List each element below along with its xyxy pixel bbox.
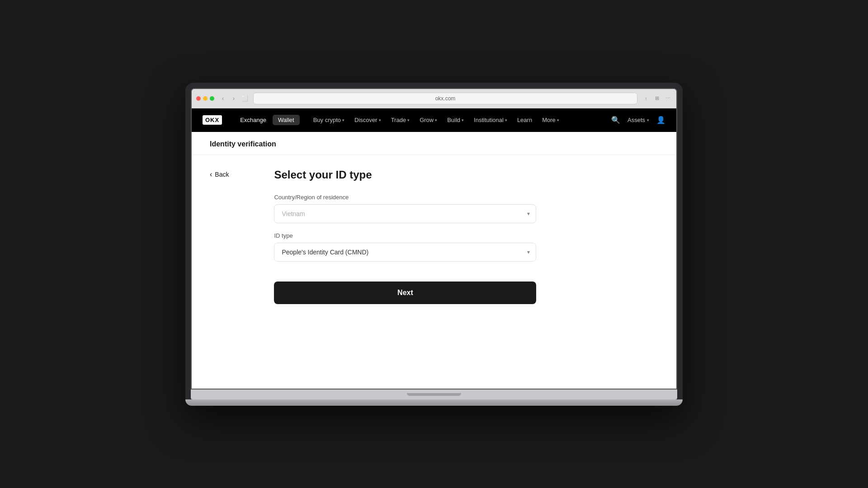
main-content: ‹ Back Select your ID type Country/Regio… [192, 155, 676, 318]
search-button[interactable]: 🔍 [611, 116, 620, 124]
nav-right-section: 🔍 Assets ▾ 👤 [611, 116, 665, 124]
window-controls [196, 96, 214, 101]
next-button[interactable]: Next [274, 282, 536, 304]
laptop-screen: ‹ › ⬜ okx.com ↑ ⊞ ⋯ OKX E [191, 88, 677, 389]
page-title: Identity verification [210, 140, 658, 148]
page-header: Identity verification [192, 132, 676, 155]
browser-actions: ↑ ⊞ ⋯ [642, 94, 672, 103]
country-field-group: Country/Region of residence Vietnam Unit… [274, 194, 536, 223]
main-navbar: OKX Exchange Wallet Buy crypto ▾ [192, 108, 676, 132]
tab-exchange[interactable]: Exchange [235, 115, 272, 125]
laptop-bottom-bar [191, 389, 677, 399]
laptop-notch [407, 393, 461, 396]
user-icon: 👤 [656, 116, 665, 124]
minimize-window-btn[interactable] [203, 96, 208, 101]
nav-links-group: Buy crypto ▾ Discover ▾ Trade ▾ Grow ▾ [309, 114, 602, 126]
assets-button[interactable]: Assets ▾ [627, 117, 649, 123]
back-nav-btn[interactable]: ‹ [219, 94, 227, 103]
user-profile-button[interactable]: 👤 [656, 116, 665, 124]
share-btn[interactable]: ↑ [642, 94, 650, 103]
okx-logo[interactable]: OKX [203, 115, 222, 125]
laptop-base [185, 399, 683, 406]
back-button[interactable]: ‹ Back [210, 170, 229, 178]
nav-more[interactable]: More ▾ [538, 114, 564, 126]
chevron-down-icon: ▾ [342, 118, 344, 122]
id-type-field-group: ID type People's Identity Card (CMND) Pa… [274, 232, 536, 262]
country-select-wrapper: Vietnam United States United Kingdom ▾ [274, 204, 536, 223]
browser-navigation: ‹ › ⬜ [219, 94, 249, 103]
website-content: OKX Exchange Wallet Buy crypto ▾ [192, 108, 676, 389]
chevron-down-icon: ▾ [462, 118, 464, 122]
tab-wallet[interactable]: Wallet [273, 115, 300, 125]
search-icon: 🔍 [611, 116, 620, 124]
id-type-select-wrapper: People's Identity Card (CMND) Passport D… [274, 243, 536, 262]
chevron-down-icon: ▾ [407, 118, 410, 122]
address-bar[interactable]: okx.com [253, 93, 637, 104]
chevron-down-icon: ▾ [505, 118, 507, 122]
nav-grow[interactable]: Grow ▾ [415, 114, 442, 126]
back-arrow-icon: ‹ [210, 170, 212, 178]
id-type-label: ID type [274, 232, 536, 239]
chevron-down-icon: ▾ [647, 118, 649, 122]
laptop-frame: ‹ › ⬜ okx.com ↑ ⊞ ⋯ OKX E [185, 83, 683, 406]
form-section: Select your ID type Country/Region of re… [274, 169, 536, 304]
maximize-window-btn[interactable] [210, 96, 214, 101]
logo-text: OKX [203, 115, 222, 125]
nav-build[interactable]: Build ▾ [443, 114, 468, 126]
forward-nav-btn[interactable]: › [230, 94, 238, 103]
back-label: Back [215, 171, 229, 178]
country-select[interactable]: Vietnam United States United Kingdom [274, 204, 536, 223]
id-type-select[interactable]: People's Identity Card (CMND) Passport D… [274, 243, 536, 262]
nav-buy-crypto[interactable]: Buy crypto ▾ [309, 114, 349, 126]
zoom-btn[interactable]: ⊞ [653, 94, 661, 103]
form-heading: Select your ID type [274, 169, 536, 181]
chevron-down-icon: ▾ [435, 118, 437, 122]
chevron-down-icon: ▾ [379, 118, 381, 122]
nav-learn[interactable]: Learn [513, 114, 537, 126]
close-window-btn[interactable] [196, 96, 201, 101]
nav-mode-tabs: Exchange Wallet [235, 115, 299, 125]
address-text: okx.com [435, 95, 456, 102]
chevron-down-icon: ▾ [557, 118, 559, 122]
country-label: Country/Region of residence [274, 194, 536, 201]
settings-btn[interactable]: ⋯ [664, 94, 672, 103]
nav-institutional[interactable]: Institutional ▾ [469, 114, 512, 126]
window-mode-btn[interactable]: ⬜ [241, 94, 249, 103]
back-section: ‹ Back [210, 169, 229, 304]
nav-trade[interactable]: Trade ▾ [387, 114, 414, 126]
nav-discover[interactable]: Discover ▾ [350, 114, 386, 126]
browser-chrome: ‹ › ⬜ okx.com ↑ ⊞ ⋯ [192, 89, 676, 108]
